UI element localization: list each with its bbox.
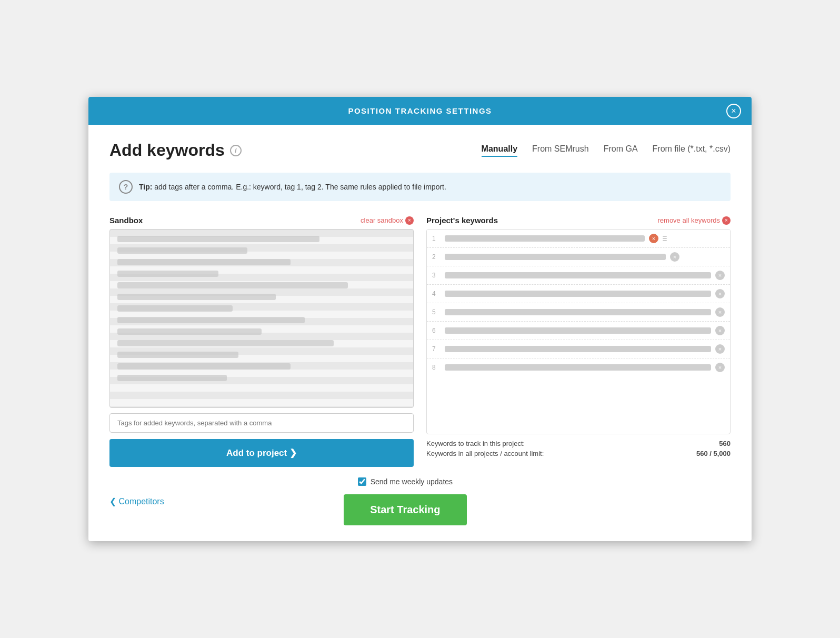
tip-text: Tip: add tags after a comma. E.g.: keywo… — [139, 183, 446, 191]
table-row: 1 × — [427, 230, 730, 248]
weekly-updates-label: Send me weekly updates — [371, 477, 453, 486]
modal-header: POSITION TRACKING SETTINGS × — [88, 97, 752, 125]
remove-all-icon: × — [722, 216, 731, 225]
stats-label-2: Keywords in all projects / account limit… — [426, 450, 544, 457]
clear-sandbox-icon: × — [405, 216, 414, 225]
blurred-line — [117, 294, 276, 300]
keyword-number: 2 — [432, 253, 441, 261]
table-row: 5 × — [427, 303, 730, 322]
remove-all-keywords-button[interactable]: remove all keywords × — [658, 216, 731, 225]
columns-row: Sandbox clear sandbox × — [109, 216, 731, 467]
keywords-list: 1 × 2 × 3 × — [426, 229, 731, 434]
stats-area: Keywords to track in this project: 560 K… — [426, 440, 731, 457]
page-title-text: Add keywords — [109, 141, 225, 160]
tab-from-file[interactable]: From file (*.txt, *.csv) — [653, 144, 731, 157]
table-row: 4 × — [427, 285, 730, 303]
keyword-content — [445, 346, 711, 352]
tags-input[interactable] — [109, 413, 414, 433]
keywords-column: Project's keywords remove all keywords ×… — [426, 216, 731, 467]
weekly-updates-checkbox[interactable] — [358, 477, 366, 486]
blurred-line — [117, 282, 348, 288]
table-row: 3 × — [427, 266, 730, 285]
sandbox-content[interactable] — [109, 229, 414, 408]
keyword-content — [445, 309, 711, 315]
remove-keyword-button[interactable]: × — [715, 326, 725, 335]
title-row: Add keywords i Manually From SEMrush Fro… — [109, 141, 731, 160]
keywords-header: Project's keywords remove all keywords × — [426, 216, 731, 225]
blurred-line — [117, 352, 238, 358]
keyword-content — [445, 254, 666, 260]
back-link[interactable]: ❮ Competitors — [109, 496, 164, 506]
sandbox-title: Sandbox — [109, 216, 143, 225]
modal-title: POSITION TRACKING SETTINGS — [348, 106, 492, 115]
tab-from-semrush[interactable]: From SEMrush — [532, 144, 589, 157]
table-row: 2 × — [427, 248, 730, 266]
keyword-number: 7 — [432, 345, 441, 353]
close-button[interactable]: × — [726, 104, 741, 118]
blurred-line — [117, 340, 334, 346]
sandbox-column: Sandbox clear sandbox × — [109, 216, 414, 467]
blurred-line — [117, 317, 305, 323]
keyword-number: 5 — [432, 308, 441, 316]
blurred-line — [117, 271, 218, 277]
keyword-content — [445, 291, 711, 297]
keyword-content — [445, 272, 711, 278]
add-to-project-button[interactable]: Add to project ❯ — [109, 439, 414, 467]
table-row: 8 × — [427, 358, 730, 376]
keyword-content — [445, 364, 711, 371]
keyword-number: 3 — [432, 272, 441, 279]
clear-sandbox-label: clear sandbox — [361, 216, 403, 224]
tab-manually[interactable]: Manually — [482, 144, 517, 157]
stats-value-1: 560 — [719, 440, 731, 447]
stats-value-2: 560 / 5,000 — [696, 450, 731, 457]
blurred-line — [117, 259, 291, 265]
start-tracking-button[interactable]: Start Tracking — [344, 494, 466, 525]
center-area: Send me weekly updates Start Tracking — [344, 477, 466, 525]
remove-all-label: remove all keywords — [658, 216, 721, 224]
keyword-number: 4 — [432, 290, 441, 297]
tip-prefix: Tip: — [139, 183, 152, 191]
keyword-content — [445, 235, 645, 242]
remove-keyword-button[interactable]: × — [649, 234, 658, 243]
sandbox-blurred-lines — [110, 230, 413, 387]
tip-body: add tags after a comma. E.g.: keyword, t… — [154, 183, 446, 191]
stats-line-2: Keywords in all projects / account limit… — [426, 450, 731, 457]
blurred-line — [117, 328, 262, 335]
bottom-actions: ❮ Competitors Send me weekly updates Sta… — [109, 477, 731, 525]
sandbox-header: Sandbox clear sandbox × — [109, 216, 414, 225]
info-icon[interactable]: i — [230, 145, 242, 156]
drag-handle[interactable] — [663, 236, 667, 241]
blurred-line — [117, 305, 233, 312]
remove-keyword-button[interactable]: × — [670, 252, 679, 262]
remove-keyword-button[interactable]: × — [715, 271, 725, 280]
stats-line-1: Keywords to track in this project: 560 — [426, 440, 731, 447]
tip-box: ? Tip: add tags after a comma. E.g.: key… — [109, 173, 731, 201]
page-title-area: Add keywords i — [109, 141, 242, 160]
table-row: 6 × — [427, 322, 730, 340]
blurred-line — [117, 236, 319, 242]
keyword-content — [445, 327, 711, 334]
clear-sandbox-button[interactable]: clear sandbox × — [361, 216, 414, 225]
blurred-line — [117, 247, 247, 254]
remove-keyword-button[interactable]: × — [715, 289, 725, 298]
tab-nav: Manually From SEMrush From GA From file … — [482, 144, 731, 157]
modal-body: Add keywords i Manually From SEMrush Fro… — [88, 125, 752, 541]
modal-container: POSITION TRACKING SETTINGS × Add keyword… — [88, 97, 752, 541]
remove-keyword-button[interactable]: × — [715, 344, 725, 354]
weekly-updates-area: Send me weekly updates — [358, 477, 453, 486]
remove-keyword-button[interactable]: × — [715, 307, 725, 317]
keyword-number: 1 — [432, 235, 441, 242]
remove-keyword-button[interactable]: × — [715, 363, 725, 372]
table-row: 7 × — [427, 340, 730, 358]
stats-label-1: Keywords to track in this project: — [426, 440, 525, 447]
tab-from-ga[interactable]: From GA — [604, 144, 638, 157]
keyword-number: 8 — [432, 364, 441, 371]
tip-icon: ? — [119, 180, 133, 194]
keyword-number: 6 — [432, 327, 441, 334]
blurred-line — [117, 375, 227, 381]
blurred-line — [117, 363, 291, 370]
keywords-title: Project's keywords — [426, 216, 498, 225]
